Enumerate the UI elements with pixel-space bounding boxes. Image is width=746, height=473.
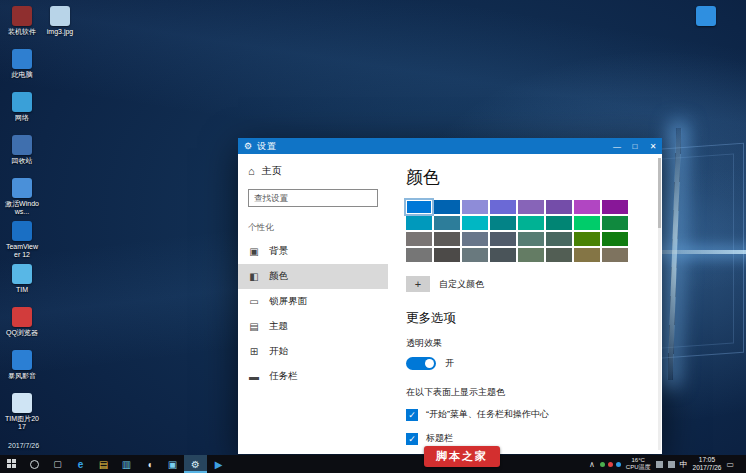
color-swatch[interactable] xyxy=(434,216,460,230)
scrollbar[interactable] xyxy=(658,158,661,450)
taskbar-app-button[interactable]: ▶ xyxy=(207,455,230,473)
color-swatch[interactable] xyxy=(574,200,600,214)
color-swatch[interactable] xyxy=(546,200,572,214)
task-view-button[interactable]: ▢ xyxy=(46,455,69,473)
color-swatch[interactable] xyxy=(490,200,516,214)
desktop-icon[interactable]: TeamViewer 12 xyxy=(4,221,40,264)
color-swatch[interactable] xyxy=(602,200,628,214)
transparency-toggle[interactable] xyxy=(406,357,436,370)
color-swatch[interactable] xyxy=(462,200,488,214)
taskbar-app-button[interactable]: e xyxy=(69,455,92,473)
desktop-icon-image xyxy=(12,92,32,112)
desktop-icon[interactable]: 此电脑 xyxy=(4,49,40,92)
desktop-icon[interactable]: TIM图片2017 xyxy=(4,393,40,436)
more-options-heading: 更多选项 xyxy=(406,310,646,327)
taskbar-app-button[interactable]: ▣ xyxy=(161,455,184,473)
settings-search-input[interactable] xyxy=(254,193,372,203)
color-swatch[interactable] xyxy=(406,248,432,262)
color-swatch[interactable] xyxy=(490,248,516,262)
app-icon: ▶ xyxy=(215,459,223,470)
network-icon[interactable] xyxy=(656,461,663,468)
sidebar-nav-item[interactable]: ▬ 任务栏 xyxy=(238,364,388,389)
desktop-icon[interactable]: 网络 xyxy=(4,92,40,135)
desktop-icon-label: 回收站 xyxy=(4,157,40,165)
nav-item-icon: ⊞ xyxy=(248,346,260,357)
volume-icon[interactable] xyxy=(668,461,675,468)
sidebar-nav-item[interactable]: ⊞ 开始 xyxy=(238,339,388,364)
settings-search-box[interactable] xyxy=(248,189,378,207)
color-swatch[interactable] xyxy=(574,216,600,230)
nav-item-label: 颜色 xyxy=(269,270,288,283)
color-swatch[interactable] xyxy=(462,232,488,246)
settings-titlebar[interactable]: ⚙ 设置 — □ ✕ xyxy=(238,138,662,154)
tray-expand-button[interactable]: ∧ xyxy=(589,460,595,469)
taskbar-app-button[interactable]: ⚙ xyxy=(184,455,207,473)
color-swatch[interactable] xyxy=(546,216,572,230)
minimize-button[interactable]: — xyxy=(608,138,626,154)
color-swatch[interactable] xyxy=(546,248,572,262)
scrollbar-thumb[interactable] xyxy=(658,158,661,228)
color-swatch[interactable] xyxy=(434,232,460,246)
nav-item-icon: ▬ xyxy=(248,371,260,382)
cortana-search-button[interactable] xyxy=(23,455,46,473)
color-swatch[interactable] xyxy=(462,216,488,230)
color-swatch[interactable] xyxy=(406,200,432,214)
desktop-icon-image xyxy=(50,6,70,26)
tray-app-icon[interactable] xyxy=(608,462,613,467)
sidebar-nav-item[interactable]: ▤ 主题 xyxy=(238,314,388,339)
nav-item-label: 任务栏 xyxy=(269,370,298,383)
desktop-icon[interactable]: TIM xyxy=(4,264,40,307)
taskbar-clock[interactable]: 17:05 2017/7/26 xyxy=(693,456,722,472)
app-icon: ▥ xyxy=(122,459,131,470)
desktop-icon-label: 装机软件 xyxy=(4,28,40,36)
color-swatch[interactable] xyxy=(602,248,628,262)
desktop-icon[interactable]: QQ浏览器 xyxy=(4,307,40,350)
desktop-icon[interactable]: 激活Windows... xyxy=(4,178,40,221)
desktop-icon-label: TeamViewer 12 xyxy=(4,243,40,259)
desktop-icon[interactable]: 回收站 xyxy=(4,135,40,178)
color-swatch[interactable] xyxy=(518,248,544,262)
color-swatch[interactable] xyxy=(602,216,628,230)
checkbox-checked[interactable]: ✓ xyxy=(406,409,418,421)
color-swatch[interactable] xyxy=(490,232,516,246)
desktop-icon[interactable]: 暴风影音 xyxy=(4,350,40,393)
action-center-icon[interactable]: ▭ xyxy=(726,460,734,469)
sidebar-home[interactable]: ⌂ 主页 xyxy=(238,160,388,182)
tray-app-icon[interactable] xyxy=(600,462,605,467)
app-icon: ⚙ xyxy=(191,459,200,470)
sidebar-nav-item[interactable]: ◧ 颜色 xyxy=(238,264,388,289)
custom-color-button[interactable]: + xyxy=(406,276,430,292)
surfaces-label: 在以下表面上显示主题色 xyxy=(406,386,646,399)
color-swatch[interactable] xyxy=(434,248,460,262)
color-swatch[interactable] xyxy=(518,216,544,230)
sidebar-nav-item[interactable]: ▭ 锁屏界面 xyxy=(238,289,388,314)
sidebar-nav-item[interactable]: ▣ 背景 xyxy=(238,239,388,264)
desktop-icon[interactable]: 装机软件 xyxy=(4,6,40,49)
color-swatch[interactable] xyxy=(574,232,600,246)
maximize-button[interactable]: □ xyxy=(626,138,644,154)
start-button[interactable] xyxy=(0,455,23,473)
color-swatch[interactable] xyxy=(518,232,544,246)
page-title: 颜色 xyxy=(406,166,646,189)
color-swatch[interactable] xyxy=(490,216,516,230)
desktop-icon[interactable] xyxy=(688,6,724,28)
color-swatch[interactable] xyxy=(434,200,460,214)
color-swatch[interactable] xyxy=(406,216,432,230)
close-button[interactable]: ✕ xyxy=(644,138,662,154)
color-swatch[interactable] xyxy=(546,232,572,246)
tray-app-icon[interactable] xyxy=(616,462,621,467)
taskbar-app-button[interactable]: ▤ xyxy=(92,455,115,473)
taskbar-app-button[interactable]: ◖ xyxy=(138,455,161,473)
color-swatch[interactable] xyxy=(406,232,432,246)
color-swatch[interactable] xyxy=(574,248,600,262)
ime-indicator[interactable]: 中 xyxy=(680,459,688,470)
desktop-icon-image xyxy=(12,135,32,155)
color-swatch[interactable] xyxy=(462,248,488,262)
desktop-icon-image xyxy=(12,307,32,327)
color-swatch[interactable] xyxy=(602,232,628,246)
color-swatch[interactable] xyxy=(518,200,544,214)
cpu-temp-widget[interactable]: 16°C CPU温度 xyxy=(626,457,651,471)
taskbar-app-button[interactable]: ▥ xyxy=(115,455,138,473)
desktop-icon[interactable]: img3.jpg xyxy=(42,6,78,49)
checkbox-checked[interactable]: ✓ xyxy=(406,433,418,445)
